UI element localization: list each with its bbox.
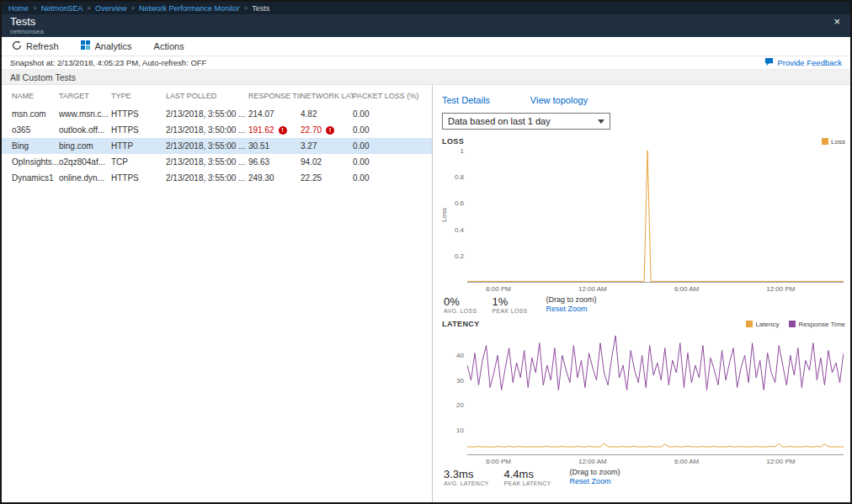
blade-title-group: Tests netmonsea [10,16,44,37]
target-cell: online.dyn... [59,173,111,183]
breadcrumb-item[interactable]: Network Performance Monitor [139,4,240,13]
legend-swatch [746,321,753,327]
table-row[interactable]: msn.comwww.msn.c...HTTPS2/13/2018, 3:55:… [2,106,432,122]
breadcrumb-item[interactable]: NetmonSEA [41,4,83,13]
x-tick-label: 12:00 PM [766,458,795,465]
stat-label: PEAK LATENCY [504,480,551,486]
response-time-cell: 30.51 [248,141,301,151]
breadcrumb-separator: > [130,4,135,12]
packet-loss-cell: 0.00 [353,109,420,119]
table-row[interactable]: o365outlook.off...HTTPS2/13/2018, 3:50:0… [2,122,432,138]
x-tick-label: 6:00 PM [486,458,511,465]
column-header-label: TARGET [59,92,89,100]
response-time-cell: 96.63 [248,157,301,167]
x-tick-label: 12:00 AM [578,285,607,293]
chart-stats: 0%AVG. LOSS1%PEAK LOSS(Drag to zoom)Rese… [444,295,845,314]
chart-stats: 3.3msAVG. LATENCY4.4msPEAK LATENCY(Drag … [444,468,845,486]
column-header[interactable]: NAME [2,92,59,100]
test-details-link[interactable]: Test Details [442,95,490,105]
column-header[interactable]: LAST POLLED [166,92,248,100]
reset-zoom-link[interactable]: Reset Zoom [570,477,620,486]
type-cell: HTTPS [111,173,166,183]
breadcrumb-item[interactable]: Overview [95,4,127,13]
content-area: NAMETARGETTYPELAST POLLEDRESPONSE TIM...… [2,85,850,502]
refresh-button[interactable]: Refresh [12,40,59,52]
time-range-select[interactable]: Data based on last 1 day [442,113,610,130]
provide-feedback-link[interactable]: Provide Feedback [764,57,842,68]
column-header-label: PACKET LOSS (%) [353,92,418,100]
target: online.dyn... [59,173,104,183]
command-bar: Refresh Analytics Actions [2,37,850,56]
target-cell: outlook.off... [59,125,111,135]
y-tick-label: 30 [445,377,464,385]
column-header[interactable]: TARGET [59,92,111,100]
type-cell: TCP [111,157,166,167]
test-name-cell: OpInsights... [2,157,59,167]
reset-zoom-link[interactable]: Reset Zoom [546,305,597,314]
test-name: OpInsights... [12,157,59,167]
target: bing.com [59,141,93,151]
y-tick-label: 40 [445,352,464,359]
view-topology-link[interactable]: View topology [530,95,588,105]
chart-title: LOSS [442,137,464,146]
table-row[interactable]: OpInsights...o2qz804af...TCP2/13/2018, 3… [2,154,432,170]
column-header-label: NETWORK LATE... [301,92,353,100]
chart-stat: 4.4msPEAK LATENCY [504,468,551,486]
response-time: 96.63 [248,157,269,167]
column-header[interactable]: RESPONSE TIM...↓ [248,92,301,100]
column-header-label: NAME [12,92,34,100]
y-tick-label: 0.4 [445,226,464,234]
legend-swatch [822,138,828,145]
chart-title: LATENCY [442,320,480,328]
type: HTTPS [111,125,139,135]
last-polled: 2/13/2018, 3:55:00 ... [166,157,246,167]
actions-button[interactable]: Actions [154,41,184,51]
snapshot-bar: Snapshot at: 2/13/2018, 4:05:23 PM, Auto… [2,56,850,70]
latency-plot-area[interactable]: 102030406:00 PM12:00 AM6:00 AM12:00 PM [467,331,844,455]
close-icon[interactable]: × [832,16,842,37]
table-row[interactable]: Dynamics1online.dyn...HTTPS2/13/2018, 3:… [2,170,432,186]
last-polled: 2/13/2018, 3:55:00 ... [166,141,246,151]
packet-loss: 0.00 [353,109,369,119]
analytics-label: Analytics [95,41,132,51]
snapshot-text: Snapshot at: 2/13/2018, 4:05:23 PM, Auto… [10,58,206,67]
refresh-label: Refresh [26,41,59,51]
breadcrumb-separator: > [33,4,37,12]
column-header-label: LAST POLLED [166,92,216,100]
page-title: Tests [10,16,44,28]
network-latency-cell: 4.82 [301,109,353,119]
chart-legend: Loss [822,138,845,146]
chart-header: LOSS Loss [442,137,845,146]
network-latency: 94.02 [301,157,322,167]
network-latency: 22.25 [301,173,322,183]
table-row[interactable]: Bingbing.comHTTP2/13/2018, 3:55:00 ...30… [2,138,432,154]
loss-series-svg [467,148,844,282]
stat-value: 4.4ms [504,468,551,480]
chart-body: Loss 0.20.40.60.816:00 PM12:00 AM6:00 AM… [467,148,844,283]
legend-item: Loss [822,138,845,146]
feedback-label: Provide Feedback [777,58,842,67]
type-cell: HTTP [111,141,166,151]
latency-series-svg [467,331,844,454]
network-latency: 4.82 [301,109,317,119]
table-header: NAMETARGETTYPELAST POLLEDRESPONSE TIM...… [2,85,432,106]
column-header[interactable]: NETWORK LATE... [301,92,353,100]
loss-plot-area[interactable]: Loss 0.20.40.60.816:00 PM12:00 AM6:00 AM… [467,148,844,283]
column-header[interactable]: TYPE [111,92,166,100]
x-tick-label: 6:00 AM [674,285,699,293]
legend-label: Latency [755,321,779,328]
x-tick-label: 6:00 PM [486,285,511,293]
network-latency-cell: 22.25 [301,173,353,183]
response-time-cell: 214.07 [248,109,301,119]
packet-loss-cell: 0.00 [353,141,420,151]
analytics-button[interactable]: Analytics [81,40,132,52]
blade-header: Tests netmonsea × [2,14,850,37]
feedback-icon [764,57,774,68]
test-name: Bing [12,141,29,151]
y-tick-label: 0.8 [445,173,464,181]
target: outlook.off... [59,125,104,135]
chart-stat: 3.3msAVG. LATENCY [444,468,489,486]
breadcrumb-item[interactable]: Home [8,4,29,13]
refresh-icon [12,40,22,52]
column-header[interactable]: PACKET LOSS (%) [353,92,420,100]
